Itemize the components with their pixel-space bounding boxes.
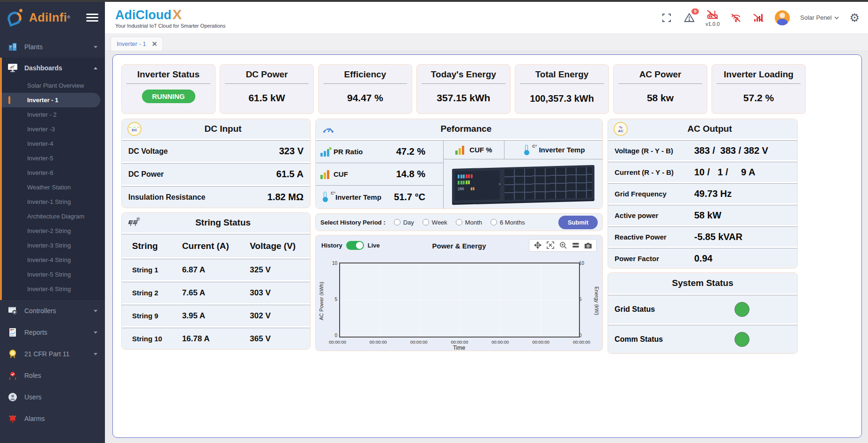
signal-offline-icon[interactable] [752, 12, 764, 24]
settings-gear-icon[interactable]: ⚙ [849, 11, 860, 24]
sidebar-item-inverter-5-string[interactable]: Inverter-5 String [2, 267, 105, 282]
sidebar-item-dashboards[interactable]: Dashboards [2, 58, 105, 78]
inverter-device-image: 266▮▮ › [452, 165, 594, 203]
sidebar-item-weather-station[interactable]: Weather Station [2, 180, 105, 195]
sidebar-item-plants[interactable]: Plants [0, 36, 105, 58]
gateway-status-block: v1.0.0 [705, 8, 720, 27]
dc-voltage-row: DC Voltage 323 V [122, 140, 310, 162]
controllers-icon [7, 306, 18, 316]
router-offline-icon[interactable] [706, 8, 719, 21]
fullscreen-icon[interactable] [660, 12, 673, 24]
radio-week[interactable]: Week [423, 219, 447, 226]
alarm-warning-icon[interactable]: 0 [683, 12, 695, 24]
y-axis-left-label: AC Power (kWh) [319, 268, 324, 334]
controllers-label: Controllers [24, 307, 87, 315]
sidebar-item-inverter-3[interactable]: Inverter -3 [2, 122, 105, 136]
sidebar-item-architecture-diagram[interactable]: Architecture Diagram [2, 209, 105, 224]
active-power-row: Active power 58 kW [608, 205, 797, 225]
kpi-value: 57.2 % [717, 92, 801, 104]
cuf-percent-cell: CUF % [444, 141, 504, 159]
tab-close-icon[interactable] [152, 41, 157, 46]
sidebar-item-roles[interactable]: Roles [0, 365, 105, 386]
tab-inverter-1[interactable]: Inverter - 1 [111, 37, 163, 51]
sidebar-item-inverter-3-string[interactable]: Inverter-3 String [2, 238, 105, 253]
alarms-icon [7, 413, 18, 424]
sidebar-item-inverter-2-string[interactable]: Inverter-2 String [2, 224, 105, 238]
insulation-resistance-row: Insulation Resistance 1.82 MΩ [122, 186, 310, 208]
medal-icon [7, 349, 18, 359]
y-axis-right-label: Energy (kW) [594, 268, 600, 334]
tab-label: Inverter - 1 [117, 40, 146, 47]
sidebar-item-users[interactable]: Users [0, 386, 105, 408]
radio-icon[interactable] [394, 219, 401, 225]
plants-icon [7, 42, 18, 52]
sidebar-logo-text: AdiInfi® [29, 11, 70, 24]
bar-chart-icon [320, 170, 331, 179]
sidebar-item-inverter-6-string[interactable]: Inverter-6 String [2, 282, 105, 296]
sidebar-item-21-cfr-part-11[interactable]: 21 CFR Part 11 [0, 343, 105, 365]
pan-icon[interactable] [534, 241, 542, 249]
kpi-title: Total Energy [520, 69, 604, 84]
y-tick: 5 [579, 297, 588, 302]
running-status-badge: RUNNING [142, 90, 195, 103]
window-top-strip [0, 0, 868, 2]
kpi-ac-power: AC Power 58 kw [613, 64, 707, 114]
power-factor-row: Power Factor 0.94 [608, 248, 797, 268]
string-status-panel: String Status String Current (A) Voltage… [121, 212, 311, 350]
sidebar-item-inverter-2[interactable]: Inverter - 2 [2, 107, 105, 122]
sidebar-item-inverter-5[interactable]: Inverter-5 [2, 151, 105, 165]
system-status-title: System Status [614, 278, 792, 288]
radio-6-months[interactable]: 6 Months [490, 219, 525, 226]
radio-icon[interactable] [490, 219, 497, 225]
zoom-box-icon[interactable] [546, 241, 554, 249]
radio-day[interactable]: Day [394, 219, 414, 226]
kpi-title: Efficiency [323, 69, 407, 84]
brand-tagline: Your Industrial IoT Cloud for Smarter Op… [115, 23, 225, 29]
hamburger-menu-icon[interactable] [86, 12, 98, 23]
radio-icon[interactable] [456, 219, 462, 225]
dc-input-panel: – – –DC DC Input DC Voltage 323 V DC Pow… [121, 119, 311, 208]
plot-area[interactable] [339, 263, 580, 338]
zoom-in-icon[interactable] [559, 241, 567, 249]
sidebar-item-alarms[interactable]: Alarms [0, 408, 105, 429]
lines-icon[interactable] [571, 241, 579, 249]
chevron-down-icon [94, 331, 97, 334]
kpi-value: 94.47 % [323, 92, 407, 104]
camera-icon[interactable] [584, 241, 592, 249]
sidebar-item-reports[interactable]: Reports [0, 322, 105, 343]
wifi-offline-icon[interactable] [730, 12, 742, 24]
pr-ratio-icon: ➔ [320, 147, 331, 157]
history-period-label: Select History Period : [320, 219, 386, 226]
sidebar-item-controllers[interactable]: Controllers [0, 300, 105, 322]
sidebar-item-inverter-1-string[interactable]: Inverter-1 String [2, 195, 105, 209]
cuf-row: CUF 14.8 % [316, 163, 443, 186]
chevron-down-icon [94, 46, 97, 48]
sidebar-item-inverter-4[interactable]: Inverter-4 [2, 136, 105, 151]
sidebar-item-inverter-1[interactable]: Inverter - 1 [2, 93, 100, 107]
system-status-panel: System Status Grid Status Comm Status [608, 272, 798, 354]
power-energy-chart: History Live Power & Energy [315, 235, 603, 351]
dashboards-subnav: Solar Plant Overview Inverter - 1 Invert… [2, 78, 105, 300]
submit-button[interactable]: Submit [558, 216, 598, 229]
radio-month[interactable]: Month [456, 219, 482, 226]
user-menu[interactable]: Solar Penel [800, 14, 839, 21]
grid-status-indicator [734, 302, 749, 317]
users-icon [7, 392, 18, 402]
kpi-todays-energy: Today's Energy 357.15 kWh [416, 64, 511, 114]
kpi-dc-power: DC Power 61.5 kW [220, 64, 314, 114]
string-table-header: String Current (A) Voltage (V) [122, 234, 310, 257]
x-axis-label: Time [316, 345, 602, 351]
dc-input-title: DC Input [141, 124, 304, 134]
ac-output-title: AC Output [628, 124, 792, 134]
sidebar-item-solar-plant-overview[interactable]: Solar Plant Overview [2, 78, 105, 93]
dashboards-icon [7, 63, 18, 73]
sidebar-item-inverter-6[interactable]: Inverter-6 [2, 165, 105, 180]
user-avatar[interactable] [775, 10, 790, 25]
inverter-temp-cell: C° Inverter Temp [504, 141, 602, 159]
history-period-bar: Select History Period : Day Week Month 6… [315, 213, 603, 231]
sidebar-item-inverter-4-string[interactable]: Inverter-4 String [2, 253, 105, 267]
voltage-row: Voltage (R - Y - B) 383 / 383 / 382 V [608, 140, 797, 160]
tab-bar: Inverter - 1 [105, 33, 868, 51]
radio-icon[interactable] [423, 219, 429, 225]
dashboard-card: Inverter Status RUNNING DC Power 61.5 kW… [112, 54, 862, 438]
